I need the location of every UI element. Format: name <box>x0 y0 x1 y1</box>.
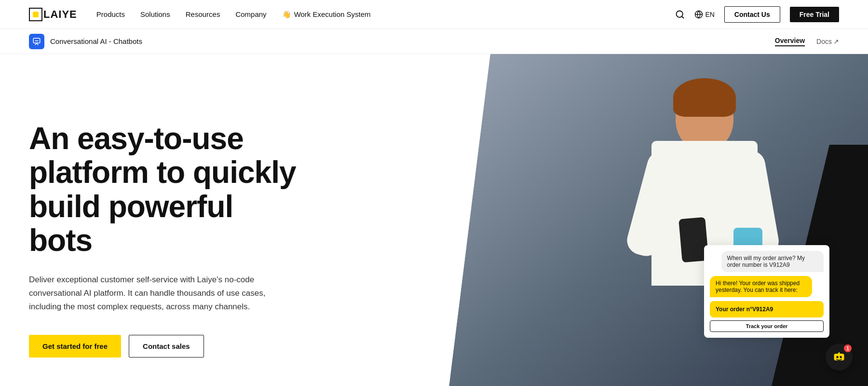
subnav: Conversational AI - Chatbots Overview Do… <box>0 29 868 54</box>
contact-us-button[interactable]: Contact Us <box>724 6 780 23</box>
chat-user-message: When will my order arrive? My order numb… <box>721 251 824 272</box>
hero-section: An easy-to-use platform to quickly build… <box>0 54 868 386</box>
nav-wes[interactable]: 👋 Work Execution System <box>282 10 371 19</box>
hero-description: Deliver exceptional customer self-servic… <box>29 273 270 314</box>
hero-title: An easy-to-use platform to quickly build… <box>29 122 299 258</box>
hero-image-area: When will my order arrive? My order numb… <box>434 54 868 386</box>
subnav-product-label: Conversational AI - Chatbots <box>50 37 142 45</box>
chat-bot-fab[interactable]: 1 <box>826 344 853 371</box>
nav-resources[interactable]: Resources <box>186 10 220 18</box>
track-order-button[interactable]: Track your order <box>710 320 824 332</box>
svg-point-7 <box>836 356 838 358</box>
nav-products[interactable]: Products <box>96 10 125 18</box>
contact-sales-button[interactable]: Contact sales <box>129 335 204 358</box>
svg-line-1 <box>682 16 684 18</box>
lang-label: EN <box>705 11 714 18</box>
subnav-docs-link[interactable]: Docs ↗ <box>816 38 839 45</box>
subnav-right: Overview Docs ↗ <box>775 37 839 46</box>
svg-point-8 <box>840 356 841 358</box>
search-button[interactable] <box>675 10 685 19</box>
hair <box>673 78 736 117</box>
subnav-left: Conversational AI - Chatbots <box>29 34 142 49</box>
chatbot-icon <box>29 34 44 49</box>
logo[interactable]: LAIYE <box>29 8 77 21</box>
get-started-button[interactable]: Get started for free <box>29 335 121 358</box>
chat-widget: When will my order arrive? My order numb… <box>704 245 829 338</box>
nav-company[interactable]: Company <box>235 10 266 18</box>
logo-box <box>29 8 42 21</box>
logo-inner <box>33 12 39 17</box>
nav-right: EN Contact Us Free Trial <box>675 6 839 23</box>
wes-icon: 👋 <box>282 10 291 19</box>
hero-content: An easy-to-use platform to quickly build… <box>29 93 299 358</box>
nav-solutions[interactable]: Solutions <box>140 10 170 18</box>
free-trial-button[interactable]: Free Trial <box>790 7 839 22</box>
chat-bot-message: Hi there! Your order was shipped yesterd… <box>710 276 812 297</box>
wes-label: Work Execution System <box>294 10 371 18</box>
subnav-overview-link[interactable]: Overview <box>775 37 805 46</box>
external-link-icon: ↗ <box>833 38 839 45</box>
hero-buttons: Get started for free Contact sales <box>29 335 299 358</box>
language-selector[interactable]: EN <box>694 10 714 19</box>
bot-notification-badge: 1 <box>844 345 852 352</box>
chat-order-card: Your order n°V912A9 <box>710 301 824 317</box>
nav-links: Products Solutions Resources Company 👋 W… <box>96 10 676 19</box>
svg-rect-6 <box>834 354 844 360</box>
logo-text: LAIYE <box>43 8 77 21</box>
navbar: LAIYE Products Solutions Resources Compa… <box>0 0 868 29</box>
